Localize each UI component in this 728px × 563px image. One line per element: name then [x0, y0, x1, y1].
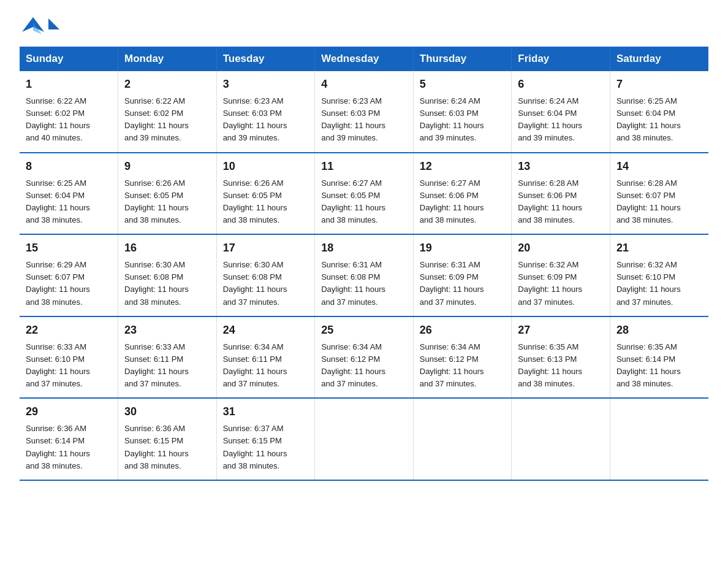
calendar-cell: 15 Sunrise: 6:29 AMSunset: 6:07 PMDaylig…	[20, 234, 118, 316]
day-number: 5	[420, 76, 506, 93]
day-number: 19	[420, 240, 506, 256]
day-info: Sunrise: 6:32 AMSunset: 6:10 PMDaylight:…	[616, 259, 702, 308]
calendar-cell: 23 Sunrise: 6:33 AMSunset: 6:11 PMDaylig…	[118, 316, 217, 399]
calendar-cell: 25 Sunrise: 6:34 AMSunset: 6:12 PMDaylig…	[315, 316, 414, 399]
calendar-cell: 11 Sunrise: 6:27 AMSunset: 6:05 PMDaylig…	[315, 153, 414, 235]
day-info: Sunrise: 6:25 AMSunset: 6:04 PMDaylight:…	[616, 95, 702, 145]
calendar-cell: 18 Sunrise: 6:31 AMSunset: 6:08 PMDaylig…	[315, 234, 414, 316]
day-number: 2	[124, 76, 210, 93]
day-number: 1	[26, 76, 112, 93]
day-number: 9	[124, 158, 210, 175]
day-info: Sunrise: 6:33 AMSunset: 6:11 PMDaylight:…	[124, 341, 210, 391]
calendar-cell: 3 Sunrise: 6:23 AMSunset: 6:03 PMDayligh…	[216, 71, 315, 153]
svg-marker-2	[48, 18, 59, 29]
day-info: Sunrise: 6:31 AMSunset: 6:09 PMDaylight:…	[420, 259, 506, 308]
col-wednesday: Wednesday	[315, 47, 414, 71]
logo	[20, 15, 59, 37]
day-info: Sunrise: 6:36 AMSunset: 6:15 PMDaylight:…	[124, 423, 210, 472]
day-number: 27	[518, 322, 604, 339]
day-number: 26	[420, 322, 506, 339]
calendar-cell: 14 Sunrise: 6:28 AMSunset: 6:07 PMDaylig…	[610, 153, 708, 235]
day-info: Sunrise: 6:26 AMSunset: 6:05 PMDaylight:…	[124, 177, 210, 227]
day-number: 11	[321, 158, 407, 175]
calendar-cell: 24 Sunrise: 6:34 AMSunset: 6:11 PMDaylig…	[216, 316, 315, 399]
calendar-cell: 29 Sunrise: 6:36 AMSunset: 6:14 PMDaylig…	[20, 398, 118, 480]
day-number: 4	[321, 76, 407, 93]
day-info: Sunrise: 6:33 AMSunset: 6:10 PMDaylight:…	[26, 341, 112, 391]
day-number: 17	[223, 240, 309, 256]
day-info: Sunrise: 6:28 AMSunset: 6:07 PMDaylight:…	[616, 177, 702, 227]
col-thursday: Thursday	[413, 47, 512, 71]
calendar-header: Sunday Monday Tuesday Wednesday Thursday…	[20, 47, 708, 71]
calendar-cell: 6 Sunrise: 6:24 AMSunset: 6:04 PMDayligh…	[512, 71, 610, 153]
day-info: Sunrise: 6:22 AMSunset: 6:02 PMDaylight:…	[26, 95, 112, 145]
calendar-week-3: 15 Sunrise: 6:29 AMSunset: 6:07 PMDaylig…	[20, 234, 708, 316]
day-info: Sunrise: 6:30 AMSunset: 6:08 PMDaylight:…	[124, 259, 210, 308]
calendar-cell	[512, 398, 610, 480]
calendar-cell: 19 Sunrise: 6:31 AMSunset: 6:09 PMDaylig…	[413, 234, 512, 316]
day-info: Sunrise: 6:34 AMSunset: 6:12 PMDaylight:…	[321, 341, 407, 391]
day-info: Sunrise: 6:32 AMSunset: 6:09 PMDaylight:…	[518, 259, 604, 308]
day-number: 14	[616, 158, 702, 175]
calendar-cell: 8 Sunrise: 6:25 AMSunset: 6:04 PMDayligh…	[20, 153, 118, 235]
day-info: Sunrise: 6:27 AMSunset: 6:06 PMDaylight:…	[420, 177, 506, 227]
calendar-cell: 20 Sunrise: 6:32 AMSunset: 6:09 PMDaylig…	[512, 234, 610, 316]
day-info: Sunrise: 6:26 AMSunset: 6:05 PMDaylight:…	[223, 177, 309, 227]
calendar-cell: 16 Sunrise: 6:30 AMSunset: 6:08 PMDaylig…	[118, 234, 217, 316]
calendar-cell: 30 Sunrise: 6:36 AMSunset: 6:15 PMDaylig…	[118, 398, 217, 480]
day-info: Sunrise: 6:34 AMSunset: 6:12 PMDaylight:…	[420, 341, 506, 391]
day-number: 8	[26, 158, 112, 175]
col-friday: Friday	[512, 47, 610, 71]
day-info: Sunrise: 6:22 AMSunset: 6:02 PMDaylight:…	[124, 95, 210, 145]
day-number: 15	[26, 240, 112, 256]
day-info: Sunrise: 6:28 AMSunset: 6:06 PMDaylight:…	[518, 177, 604, 227]
calendar-cell: 4 Sunrise: 6:23 AMSunset: 6:03 PMDayligh…	[315, 71, 414, 153]
calendar-cell: 7 Sunrise: 6:25 AMSunset: 6:04 PMDayligh…	[610, 71, 708, 153]
logo-triangle-icon	[48, 18, 59, 29]
calendar-body: 1 Sunrise: 6:22 AMSunset: 6:02 PMDayligh…	[20, 71, 708, 480]
calendar-week-1: 1 Sunrise: 6:22 AMSunset: 6:02 PMDayligh…	[20, 71, 708, 153]
calendar-cell: 9 Sunrise: 6:26 AMSunset: 6:05 PMDayligh…	[118, 153, 217, 235]
day-info: Sunrise: 6:23 AMSunset: 6:03 PMDaylight:…	[223, 95, 309, 145]
day-info: Sunrise: 6:30 AMSunset: 6:08 PMDaylight:…	[223, 259, 309, 308]
day-info: Sunrise: 6:27 AMSunset: 6:05 PMDaylight:…	[321, 177, 407, 227]
day-number: 12	[420, 158, 506, 175]
calendar-cell: 31 Sunrise: 6:37 AMSunset: 6:15 PMDaylig…	[216, 398, 315, 480]
day-info: Sunrise: 6:23 AMSunset: 6:03 PMDaylight:…	[321, 95, 407, 145]
day-number: 6	[518, 76, 604, 93]
day-number: 10	[223, 158, 309, 175]
calendar-week-4: 22 Sunrise: 6:33 AMSunset: 6:10 PMDaylig…	[20, 316, 708, 399]
day-number: 28	[616, 322, 702, 339]
day-info: Sunrise: 6:25 AMSunset: 6:04 PMDaylight:…	[26, 177, 112, 227]
day-number: 23	[124, 322, 210, 339]
header-row: Sunday Monday Tuesday Wednesday Thursday…	[20, 47, 708, 71]
calendar-cell: 12 Sunrise: 6:27 AMSunset: 6:06 PMDaylig…	[413, 153, 512, 235]
day-info: Sunrise: 6:35 AMSunset: 6:13 PMDaylight:…	[518, 341, 604, 391]
calendar-cell: 27 Sunrise: 6:35 AMSunset: 6:13 PMDaylig…	[512, 316, 610, 399]
calendar-cell: 21 Sunrise: 6:32 AMSunset: 6:10 PMDaylig…	[610, 234, 708, 316]
calendar-cell: 28 Sunrise: 6:35 AMSunset: 6:14 PMDaylig…	[610, 316, 708, 399]
day-number: 7	[616, 76, 702, 93]
calendar-week-5: 29 Sunrise: 6:36 AMSunset: 6:14 PMDaylig…	[20, 398, 708, 480]
day-number: 20	[518, 240, 604, 256]
page-header	[20, 15, 708, 37]
day-number: 16	[124, 240, 210, 256]
calendar-cell: 17 Sunrise: 6:30 AMSunset: 6:08 PMDaylig…	[216, 234, 315, 316]
day-info: Sunrise: 6:31 AMSunset: 6:08 PMDaylight:…	[321, 259, 407, 308]
day-number: 3	[223, 76, 309, 93]
col-tuesday: Tuesday	[216, 47, 315, 71]
calendar-cell	[610, 398, 708, 480]
day-number: 31	[223, 404, 309, 420]
calendar-cell: 1 Sunrise: 6:22 AMSunset: 6:02 PMDayligh…	[20, 71, 118, 153]
day-number: 25	[321, 322, 407, 339]
day-info: Sunrise: 6:24 AMSunset: 6:04 PMDaylight:…	[518, 95, 604, 145]
calendar-cell: 22 Sunrise: 6:33 AMSunset: 6:10 PMDaylig…	[20, 316, 118, 399]
calendar-cell	[413, 398, 512, 480]
calendar-cell: 26 Sunrise: 6:34 AMSunset: 6:12 PMDaylig…	[413, 316, 512, 399]
calendar-cell	[315, 398, 414, 480]
calendar-cell: 5 Sunrise: 6:24 AMSunset: 6:03 PMDayligh…	[413, 71, 512, 153]
calendar-cell: 10 Sunrise: 6:26 AMSunset: 6:05 PMDaylig…	[216, 153, 315, 235]
col-saturday: Saturday	[610, 47, 708, 71]
day-info: Sunrise: 6:36 AMSunset: 6:14 PMDaylight:…	[26, 423, 112, 472]
day-number: 13	[518, 158, 604, 175]
